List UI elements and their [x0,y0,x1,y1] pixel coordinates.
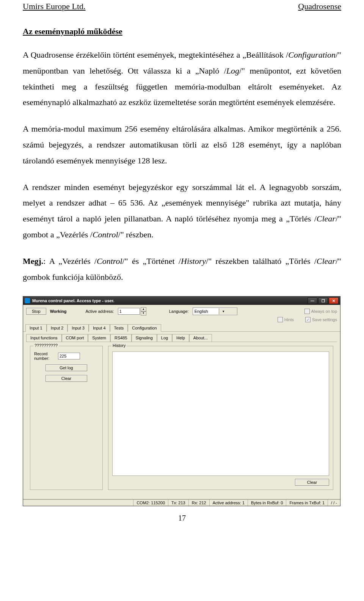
log-panel: ?????????? Record number: Get log Clear … [26,342,337,494]
history-group-title: History [111,343,127,348]
clear-button[interactable]: Clear [46,375,87,382]
title-bar: Murena control panel. Access type - user… [23,297,340,305]
paragraph-1: A Quadrosense érzékelőin történt esemény… [23,47,341,110]
checkbox-box-icon [304,309,310,314]
active-address-field[interactable]: ▲▼ [118,307,146,315]
subtab-help[interactable]: Help [172,334,189,342]
header-left: Umirs Europe Ltd. [23,2,86,11]
minimize-button[interactable]: — [308,297,317,304]
header-right: Quadrosense [298,2,341,11]
subtab-system[interactable]: System [88,334,110,342]
checkbox-box-icon: ✓ [305,317,311,322]
paragraph-3: A rendszer minden eseményt bejegyzéskor … [23,179,341,243]
close-button[interactable]: ✕ [329,297,339,304]
paragraph-4: Megj.: A „Vezérlés /Control/" és „Történ… [23,253,341,285]
window-title: Murena control panel. Access type - user… [32,298,308,303]
history-clear-button[interactable]: Clear [295,479,329,486]
chevron-down-icon[interactable]: ▼ [219,308,237,314]
status-txbuf: Frames in TxBuf: 1 [286,500,328,506]
toolbar: Stop Working Active address: ▲▼ Language… [23,305,340,317]
subtab-input-functions[interactable]: Input functions [26,334,62,342]
tab-tests[interactable]: Tests [110,324,128,332]
tab-input-2[interactable]: Input 2 [47,324,68,332]
stop-button[interactable]: Stop [26,308,46,315]
subtab-signaling[interactable]: Signaling [132,334,157,342]
section-title: Az eseménynapló működése [23,27,341,36]
hints-checkbox[interactable]: Hints [278,317,294,322]
subtab-about[interactable]: About... [189,334,212,342]
status-label: Working [50,309,67,314]
language-dropdown[interactable]: English ▼ [193,308,237,315]
subtab-log[interactable]: Log [157,334,172,342]
status-empty [23,500,133,506]
sub-tabs: Input functions COM port System RS485 Si… [23,332,340,342]
status-com: COM2: 115200 [133,500,168,506]
record-number-input[interactable] [58,353,80,359]
record-groupbox: ?????????? Record number: Get log Clear [30,346,103,490]
main-tabs: Input 1 Input 2 Input 3 Input 4 Tests Co… [23,324,340,332]
subtab-rs485[interactable]: RS485 [110,334,132,342]
checkbox-box-icon [278,317,283,322]
status-bar: COM2: 115200 Tx: 213 Rx: 212 Active addr… [23,499,340,506]
record-group-title: ?????????? [33,343,59,348]
tab-input-4[interactable]: Input 4 [89,324,110,332]
history-listbox[interactable] [112,351,329,476]
document-header: Umirs Europe Ltd. Quadrosense [23,0,341,11]
language-label: Language: [169,309,189,314]
tab-configuration[interactable]: Configuration [128,324,161,332]
page-number: 17 [23,514,341,523]
always-on-top-checkbox[interactable]: Always on top [304,309,337,314]
status-date: / / - [328,500,340,506]
status-rx: Rx: 212 [189,500,210,506]
paragraph-2: A memória-modul maximum 256 esemény eltá… [23,121,341,168]
subtab-com-port[interactable]: COM port [62,334,88,342]
save-settings-checkbox[interactable]: ✓ Save settings [305,317,337,322]
get-log-button[interactable]: Get log [46,364,87,371]
history-groupbox: History Clear [108,346,333,490]
maximize-button[interactable]: ❐ [318,297,328,304]
status-tx: Tx: 213 [168,500,189,506]
tab-input-3[interactable]: Input 3 [67,324,89,332]
status-rxbuf: Bytes in RxBuf: 0 [248,500,286,506]
spinner-arrows-icon[interactable]: ▲▼ [141,307,146,315]
active-address-label: Active address: [85,309,114,314]
app-icon [25,298,30,303]
status-active-addr: Active address: 1 [210,500,248,506]
record-number-label: Record number: [34,351,55,361]
tab-input-1[interactable]: Input 1 [25,324,47,332]
app-window: Murena control panel. Access type - user… [23,296,340,506]
